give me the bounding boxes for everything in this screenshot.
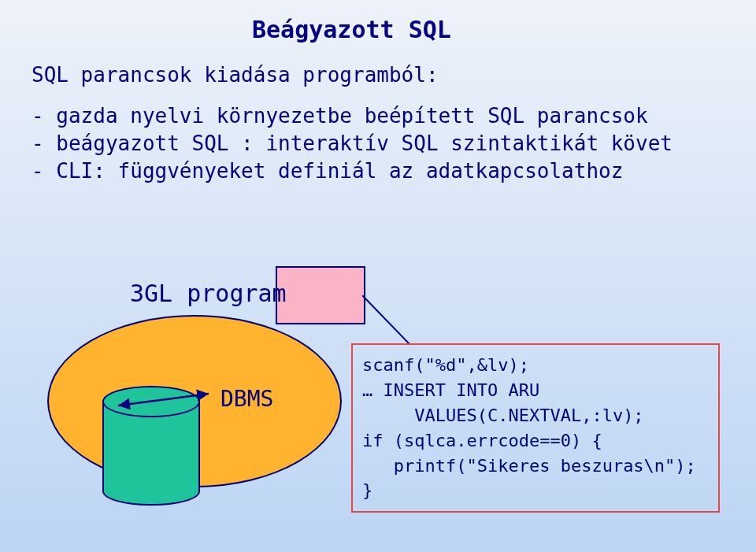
slide-title: Beágyazott SQL [252,16,451,43]
bullet-2: - beágyazott SQL : interaktív SQL szinta… [32,130,673,157]
code-l5: printf("Sikeres beszuras\n"); [362,456,696,476]
cylinder-top [102,386,200,417]
bullet-1: - gazda nyelvi környezetbe beépített SQL… [32,102,673,130]
database-cylinder [102,386,197,504]
program-box [276,266,365,324]
code-l6: } [362,480,372,500]
gl-program-label: 3GL program [130,280,287,307]
code-l4: if (sqlca.errcode==0) { [362,431,602,450]
bullet-list: - gazda nyelvi környezetbe beépített SQL… [32,102,673,185]
code-l1: scanf("%d",&lv); [362,355,529,375]
code-box: scanf("%d",&lv); … INSERT INTO ARU VALUE… [351,343,720,513]
svg-line-1 [362,295,410,344]
intro-text: SQL parancsok kiadása programból: [32,63,439,87]
dbms-label: DBMS [220,386,273,412]
code-l2: … INSERT INTO ARU [362,380,539,400]
code-l3: VALUES(C.NEXTVAL,:lv); [362,406,644,425]
bullet-3: - CLI: függvényeket definiál az adatkapc… [32,157,673,185]
